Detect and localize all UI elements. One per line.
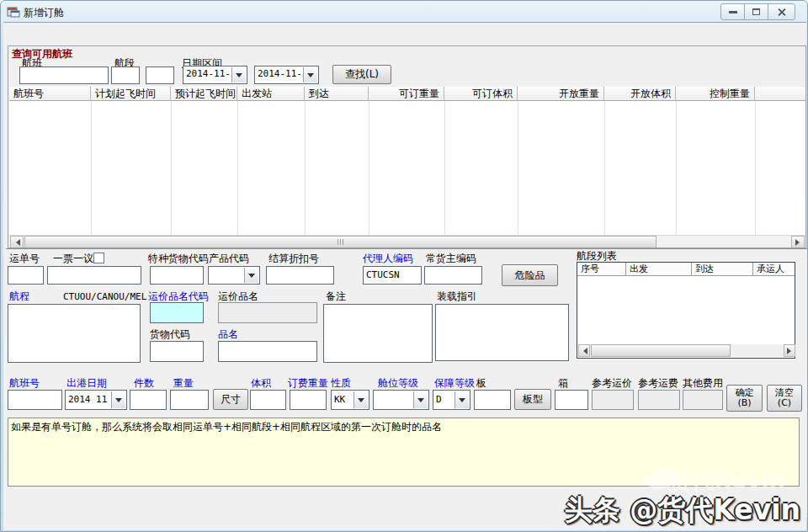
waybill-prefix-input[interactable]	[8, 266, 44, 285]
chevron-down-icon[interactable]	[244, 268, 258, 283]
guarantee-level-select[interactable]: D	[433, 390, 470, 410]
route-label: 航程	[9, 290, 29, 302]
seg-col-carrier[interactable]: 承运人	[753, 263, 795, 276]
charge-weight-input[interactable]	[290, 390, 327, 410]
table-grid-line	[369, 101, 369, 235]
scroll-left-icon[interactable]	[10, 236, 24, 248]
maximize-button[interactable]	[744, 3, 768, 20]
seg-col-seq[interactable]: 序号	[577, 263, 626, 276]
flight-no-label: 航班号	[9, 377, 40, 389]
group-title: 查询可用航班	[12, 48, 72, 60]
rate-name-input	[218, 302, 317, 323]
one-deal-checkbox[interactable]	[93, 253, 104, 263]
volume-input[interactable]	[250, 390, 286, 410]
loading-guide-label: 装载指引	[437, 290, 477, 302]
scroll-right-icon[interactable]	[784, 344, 795, 357]
col-header-ctrl-weight[interactable]: 控制重量	[676, 87, 755, 101]
item-name-input[interactable]	[218, 341, 317, 362]
flight-query-group: 查询可用航班 航班 航段 日期区间 2014-11-28 2014-11-28 …	[8, 45, 806, 248]
col-header-bookable-volume[interactable]: 可订体积	[444, 87, 518, 101]
rate-name-code-label: 运价品名代码	[148, 290, 209, 302]
nature-label: 性质	[331, 377, 351, 389]
one-deal-label: 一票一议	[53, 253, 93, 264]
agent-code-input[interactable]: CTUCSN	[363, 266, 422, 285]
col-header-estdep[interactable]: 预计起飞时间	[171, 87, 237, 101]
rate-name-code-input[interactable]	[150, 302, 204, 323]
chevron-down-icon[interactable]	[111, 391, 125, 408]
segment-list[interactable]: 序号 出发 到达 承运人	[577, 262, 795, 359]
product-code-select[interactable]	[208, 266, 260, 285]
product-code-label: 产品代码	[209, 253, 249, 264]
close-button[interactable]	[768, 3, 795, 20]
clear-button[interactable]: 清空 (C)	[767, 385, 802, 412]
ref-price-label: 参考运价	[592, 377, 632, 389]
remark-textarea[interactable]	[323, 304, 433, 363]
pallet-input[interactable]	[474, 390, 511, 410]
scrollbar-thumb[interactable]	[591, 344, 731, 357]
flight-table-body[interactable]	[9, 101, 805, 235]
table-grid-line	[171, 101, 172, 235]
seg-col-dest[interactable]: 到达	[692, 263, 753, 276]
guarantee-level-label: 保障等级	[434, 377, 475, 389]
route-textarea[interactable]	[8, 304, 141, 363]
waybill-number-input[interactable]	[47, 266, 141, 285]
col-header-flightno[interactable]: 航班号	[9, 87, 91, 101]
settlement-input[interactable]	[266, 266, 334, 285]
table-grid-line	[237, 101, 238, 235]
minimize-button[interactable]	[720, 3, 745, 20]
search-button[interactable]: 查找(L)	[332, 65, 391, 84]
shipper-code-input[interactable]	[424, 266, 482, 285]
confirm-button[interactable]: 确定 (B)	[726, 385, 763, 412]
date-from-select[interactable]: 2014-11-28	[183, 66, 247, 84]
container-label: 箱	[558, 377, 568, 389]
col-header-dest[interactable]: 到达	[305, 87, 369, 101]
size-button[interactable]: 尺寸	[213, 389, 248, 410]
chevron-down-icon[interactable]	[231, 67, 246, 82]
route-hint: CTUOU/CANOU/MEL	[63, 291, 146, 303]
titlebar: 新增订舱	[1, 1, 807, 22]
table-hscrollbar[interactable]	[9, 235, 805, 248]
window-title: 新增订舱	[24, 6, 64, 20]
segment-from-input[interactable]	[111, 66, 140, 84]
container-input[interactable]	[555, 390, 588, 410]
scroll-left-icon[interactable]	[578, 344, 590, 357]
pallet-type-button[interactable]: 板型	[514, 389, 551, 410]
item-name-label: 品名	[218, 328, 238, 340]
window: 新增订舱 查询可用航班 航班 航段 日期区间 2014-11-28 2014-1…	[0, 0, 808, 532]
segment-to-input[interactable]	[146, 66, 174, 84]
minimize-icon	[729, 11, 737, 13]
loading-guide-textarea[interactable]	[435, 304, 569, 361]
chevron-down-icon[interactable]	[454, 391, 469, 408]
scroll-right-icon[interactable]	[791, 236, 805, 248]
flight-input[interactable]	[19, 66, 109, 84]
cabin-class-select[interactable]	[373, 390, 429, 410]
flight-no-input[interactable]	[8, 390, 62, 410]
col-header-bookable-weight[interactable]: 可订重量	[369, 87, 444, 101]
other-fee-label: 其他费用	[683, 377, 723, 389]
chevron-down-icon[interactable]	[354, 391, 368, 408]
col-header-open-volume[interactable]: 开放体积	[604, 87, 676, 101]
special-cargo-label: 特种货物代码	[148, 253, 209, 264]
date-to-select[interactable]: 2014-11-28	[254, 66, 319, 84]
nature-select[interactable]: KK	[331, 390, 369, 410]
seg-col-origin[interactable]: 出发	[626, 263, 692, 276]
maximize-icon	[752, 8, 760, 15]
col-header-open-weight[interactable]: 开放重量	[518, 87, 604, 101]
pieces-label: 件数	[134, 377, 154, 389]
chevron-down-icon[interactable]	[413, 391, 428, 408]
dangerous-goods-button[interactable]: 危险品	[502, 264, 558, 286]
table-grid-line	[91, 101, 92, 235]
pieces-input[interactable]	[130, 390, 167, 410]
col-header-origin[interactable]: 出发站	[237, 87, 305, 101]
dep-date-select[interactable]: 2014 11 20	[65, 390, 127, 410]
cargo-code-input[interactable]	[150, 341, 204, 362]
segment-list-title: 航段列表	[577, 250, 617, 262]
scrollbar-thumb[interactable]	[24, 236, 656, 248]
col-header-ctrl-volume[interactable]: 控制体积	[755, 87, 806, 101]
special-cargo-input[interactable]	[150, 266, 204, 285]
segment-list-hscrollbar[interactable]	[578, 344, 794, 357]
col-header-plandep[interactable]: 计划起飞时间	[91, 87, 171, 101]
chevron-down-icon[interactable]	[303, 67, 317, 82]
shipper-code-label: 常货主编码	[426, 253, 476, 264]
weight-input[interactable]	[170, 390, 209, 410]
